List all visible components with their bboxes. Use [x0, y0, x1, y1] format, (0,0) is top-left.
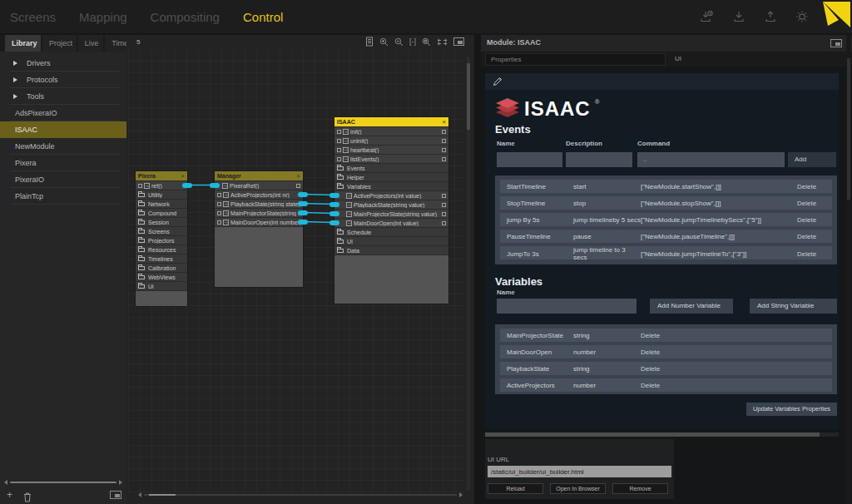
close-icon[interactable]: ×	[442, 119, 446, 126]
fit-width-icon[interactable]	[437, 38, 448, 46]
backup-history-icon[interactable]	[700, 10, 714, 23]
checkbox[interactable]	[217, 211, 221, 215]
export-icon[interactable]	[764, 10, 777, 23]
node-folder-row[interactable]: Network	[136, 199, 187, 208]
module-panel-horizontal-scrollbar[interactable]	[485, 432, 839, 437]
sidebar-item-pixera[interactable]: Pixera	[0, 155, 126, 171]
node-folder-row[interactable]: UI	[334, 236, 448, 245]
node-row[interactable]: →heartbeat()	[334, 145, 448, 154]
add-module-icon[interactable]: +	[7, 490, 12, 500]
checkbox[interactable]	[442, 212, 446, 216]
edit-pencil-icon[interactable]	[492, 76, 503, 87]
input-port[interactable]	[210, 183, 220, 188]
scroll-right-icon[interactable]	[459, 492, 463, 497]
node-folder-row[interactable]: Data	[334, 245, 448, 254]
zoom-selection-icon[interactable]	[422, 37, 431, 47]
node-manager[interactable]: Manager× → PixeraRef() → ActiveProjector…	[215, 171, 303, 287]
sidebar-item-adspixeraio[interactable]: AdsPixeraIO	[0, 105, 126, 121]
scroll-left-icon[interactable]	[138, 492, 141, 497]
checkbox[interactable]	[217, 202, 221, 206]
tab-project[interactable]: Project	[42, 35, 77, 52]
node-folder-row[interactable]: Events	[334, 163, 448, 172]
checkbox[interactable]	[442, 221, 446, 225]
scroll-thumb[interactable]	[485, 432, 820, 437]
variable-name-input[interactable]	[497, 299, 637, 314]
import-icon[interactable]	[732, 10, 746, 23]
node-folder-row[interactable]: WebViews	[136, 272, 187, 281]
canvas-horizontal-scrollbar[interactable]	[138, 492, 463, 498]
checkbox[interactable]	[442, 157, 446, 161]
open-in-browser-button[interactable]: Open In Browser	[550, 483, 606, 494]
tab-timeline[interactable]: Timeline	[105, 35, 126, 52]
nav-control[interactable]: Control	[243, 10, 283, 24]
node-row[interactable]: →PlaybackState(string value)	[334, 200, 448, 209]
delete-event-button[interactable]: Delete	[797, 183, 832, 190]
delete-event-button[interactable]: Delete	[797, 216, 832, 224]
output-port[interactable]	[298, 220, 308, 225]
sidebar-item-pixeraio[interactable]: PixeraIO	[0, 171, 126, 188]
node-row[interactable]: →uninit()	[334, 136, 448, 145]
trash-icon[interactable]	[23, 491, 32, 504]
event-description-input[interactable]	[566, 152, 632, 167]
event-name-input[interactable]	[497, 152, 562, 167]
scroll-thumb[interactable]	[149, 494, 176, 496]
checkbox[interactable]	[442, 148, 446, 152]
node-folder-row[interactable]: Helper	[334, 172, 448, 181]
detach-panel-icon[interactable]	[110, 491, 121, 499]
expand-arrow-icon[interactable]	[13, 77, 17, 82]
node-folder-row[interactable]: Compound	[136, 208, 187, 217]
detach-panel-icon[interactable]	[830, 39, 842, 47]
expand-arrow-icon[interactable]	[13, 94, 17, 99]
node-folder-row[interactable]: Projectors	[136, 235, 187, 245]
node-row[interactable]: → PlaybackState(string state)	[215, 199, 303, 208]
output-port[interactable]	[182, 183, 192, 188]
checkbox[interactable]	[217, 193, 221, 197]
sidebar-horizontal-scrollbar[interactable]	[4, 479, 122, 486]
close-icon[interactable]: ×	[181, 173, 185, 180]
sidebar-item-tools[interactable]: Tools	[0, 88, 126, 105]
node-row[interactable]: →init()	[334, 126, 448, 136]
add-string-variable-button[interactable]: Add String Variable	[750, 299, 837, 314]
output-port[interactable]	[298, 201, 308, 206]
reload-button[interactable]: Reload	[488, 483, 543, 494]
scroll-thumb[interactable]	[847, 58, 850, 200]
node-resize-area[interactable]	[136, 290, 187, 306]
tab-library[interactable]: Library	[5, 35, 41, 52]
sidebar-item-newmodule[interactable]: NewModule	[0, 138, 126, 155]
output-port[interactable]	[298, 192, 308, 197]
node-folder-row[interactable]: Utility	[136, 190, 187, 199]
node-resize-area[interactable]	[334, 254, 448, 304]
delete-event-button[interactable]: Delete	[797, 233, 832, 240]
close-icon[interactable]: ×	[296, 173, 300, 180]
fit-brackets-icon[interactable]: [-]	[409, 37, 416, 47]
nav-screens[interactable]: Screens	[10, 10, 56, 24]
sidebar-item-protocols[interactable]: Protocols	[0, 72, 126, 88]
sidebar-item-plaintcp[interactable]: PlainTcp	[0, 188, 126, 205]
scroll-right-icon[interactable]	[119, 480, 122, 485]
add-event-button[interactable]: Add	[788, 152, 836, 167]
checkbox[interactable]	[442, 139, 446, 143]
node-folder-row[interactable]: Session	[136, 217, 187, 226]
node-folder-row[interactable]: Ui	[136, 281, 187, 290]
nav-mapping[interactable]: Mapping	[79, 10, 127, 24]
checkbox[interactable]	[296, 184, 300, 188]
node-folder-row[interactable]: Variables	[334, 181, 448, 190]
checkbox[interactable]	[442, 130, 446, 134]
notes-icon[interactable]	[365, 37, 374, 47]
node-folder-row[interactable]: Schedule	[334, 227, 448, 236]
node-folder-row[interactable]: Timelines	[136, 254, 187, 263]
pixera-logo[interactable]	[819, 0, 852, 32]
node-resize-area[interactable]	[215, 226, 303, 287]
node-isaac[interactable]: ISAAC× →init() →uninit() →heartbeat() →l…	[334, 117, 448, 304]
sidebar-item-isaac[interactable]: ISAAC	[0, 121, 126, 138]
node-row[interactable]: → ActiveProjectors(int nr)	[215, 190, 303, 199]
output-port[interactable]	[298, 210, 308, 215]
sidebar-item-drivers[interactable]: Drivers	[0, 55, 126, 72]
input-port[interactable]	[329, 202, 339, 207]
input-port[interactable]	[329, 220, 339, 225]
node-row[interactable]: →ActiveProjectors(int value)	[334, 190, 448, 200]
node-folder-row[interactable]: Calibration	[136, 263, 187, 272]
ui-url-input[interactable]	[488, 466, 671, 477]
checkbox[interactable]	[442, 203, 446, 207]
node-folder-row[interactable]: Screens	[136, 226, 187, 235]
